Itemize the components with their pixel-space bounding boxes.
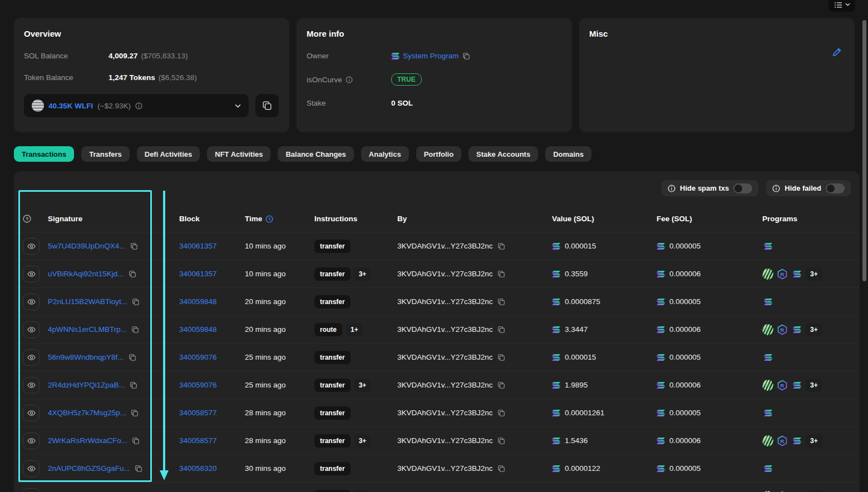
copy-icon[interactable] xyxy=(497,437,505,445)
signature-link[interactable]: 4XQBH5z7k7Msg25p... xyxy=(48,409,126,417)
copy-icon[interactable] xyxy=(132,298,140,306)
green-sphere-program-icon xyxy=(762,269,773,280)
instruction-badge: 1+ xyxy=(346,323,363,336)
by-address[interactable]: 3KVDAhGV1v...Y27c3BJ2nc xyxy=(397,297,493,306)
signature-link[interactable]: 4pWNNs1erCLMBTrp... xyxy=(48,325,127,334)
signature-link[interactable]: 2WrKaRsRrWdxaCFo... xyxy=(48,436,127,445)
by-address[interactable]: 3KVDAhGV1v...Y27c3BJ2nc xyxy=(397,270,493,278)
overview-title: Overview xyxy=(24,29,279,38)
copy-icon[interactable] xyxy=(497,242,505,250)
chevron-down-icon xyxy=(235,104,241,108)
copy-icon[interactable] xyxy=(497,409,505,417)
programs-cell: R 3+ xyxy=(762,323,860,336)
list-icon xyxy=(834,1,843,8)
hide-failed-label: Hide failed xyxy=(785,184,821,192)
col-time[interactable]: Time xyxy=(245,215,314,223)
tab-portfolio[interactable]: Portfolio xyxy=(416,146,461,162)
preview-transaction-button[interactable] xyxy=(23,460,40,477)
instruction-badge: route xyxy=(314,323,342,336)
token-balance-label: Token Balance xyxy=(24,73,108,82)
copy-icon[interactable] xyxy=(497,354,505,361)
by-address[interactable]: 3KVDAhGV1v...Y27c3BJ2nc xyxy=(397,436,493,445)
copy-icon[interactable] xyxy=(497,465,505,473)
copy-icon[interactable] xyxy=(130,242,138,250)
tab-defi-activities[interactable]: Defi Activities xyxy=(137,146,200,162)
copy-icon[interactable] xyxy=(497,381,505,389)
signature-link[interactable]: uVBiRkAqi92nt15Kjd... xyxy=(48,270,124,278)
by-address[interactable]: 3KVDAhGV1v...Y27c3BJ2nc xyxy=(397,242,493,250)
signature-link[interactable]: 56n9w8WndbnqpY8f... xyxy=(48,353,124,361)
block-link[interactable]: 340058320 xyxy=(179,464,217,473)
copy-icon[interactable] xyxy=(132,437,140,445)
edit-misc-button[interactable] xyxy=(832,47,842,57)
copy-icon[interactable] xyxy=(497,326,505,334)
sol-balance-usd: ($705,833.13) xyxy=(141,52,188,60)
by-address[interactable]: 3KVDAhGV1v...Y27c3BJ2nc xyxy=(397,409,493,417)
table-row: 5w7U4D39UpDnQX4... 340061357 10 mins ago… xyxy=(14,232,860,260)
by-address[interactable]: 3KVDAhGV1v...Y27c3BJ2nc xyxy=(397,381,493,389)
svg-text:R: R xyxy=(781,382,785,388)
solana-program-icon xyxy=(791,380,802,391)
copy-icon[interactable] xyxy=(497,298,505,306)
hide-spam-toggle[interactable]: Hide spam txs xyxy=(662,180,758,196)
tab-domains[interactable]: Domains xyxy=(545,146,591,162)
tab-analytics[interactable]: Analytics xyxy=(361,146,409,162)
time-value: 28 mins ago xyxy=(245,409,314,417)
copy-token-accounts-button[interactable] xyxy=(255,94,279,117)
preview-transaction-button[interactable] xyxy=(23,238,40,255)
account-page: { "colors": { "accent_teal": "#1dc9a4", … xyxy=(0,0,868,492)
instructions-cell: transfer xyxy=(314,406,397,420)
tab-transfers[interactable]: Transfers xyxy=(81,146,130,162)
block-link[interactable]: 340059848 xyxy=(179,325,217,334)
block-link[interactable]: 340058577 xyxy=(179,436,217,445)
signature-link[interactable]: 5w7U4D39UpDnQX4... xyxy=(48,242,126,250)
copy-icon[interactable] xyxy=(130,381,137,389)
block-link[interactable]: 340061357 xyxy=(179,242,217,250)
scrollbar-thumb[interactable] xyxy=(862,20,866,281)
preview-transaction-button[interactable] xyxy=(23,405,40,421)
copy-icon[interactable] xyxy=(135,465,142,473)
token-selector[interactable]: 40.35K WLFI (~$2.93K) xyxy=(24,94,249,117)
tab-transactions[interactable]: Transactions xyxy=(14,146,74,162)
signature-link[interactable]: 2nAUPC8hGZSGgaFu... xyxy=(48,464,130,473)
green-sphere-program-icon xyxy=(762,435,773,446)
table-row: transfer3+ R xyxy=(14,483,860,492)
sol-icon xyxy=(552,354,560,361)
tab-stake-accounts[interactable]: Stake Accounts xyxy=(468,146,538,162)
by-address[interactable]: 3KVDAhGV1v...Y27c3BJ2nc xyxy=(397,353,493,361)
sol-icon xyxy=(657,243,665,250)
by-address[interactable]: 3KVDAhGV1v...Y27c3BJ2nc xyxy=(397,325,493,334)
block-link[interactable]: 340061357 xyxy=(179,270,217,278)
signature-link[interactable]: 2R4dzHdYPQi1ZpaB... xyxy=(48,381,125,389)
signature-link[interactable]: P2nLU15B2WABTioyt... xyxy=(48,297,127,306)
preview-transaction-button[interactable] xyxy=(23,377,40,394)
hide-failed-switch[interactable] xyxy=(826,183,845,193)
col-by: By xyxy=(397,215,552,223)
copy-icon[interactable] xyxy=(129,270,136,278)
block-link[interactable]: 340058577 xyxy=(179,409,217,417)
block-link[interactable]: 340059848 xyxy=(179,297,217,306)
sol-icon xyxy=(657,326,665,333)
preview-transaction-button[interactable] xyxy=(23,294,40,310)
copy-icon[interactable] xyxy=(131,326,139,334)
owner-link[interactable]: System Program xyxy=(403,52,459,60)
copy-icon[interactable] xyxy=(497,270,505,278)
by-address[interactable]: 3KVDAhGV1v...Y27c3BJ2nc xyxy=(397,464,493,473)
table-header: ? Signature Block Time Instructions By V… xyxy=(14,206,860,232)
copy-icon[interactable] xyxy=(131,409,139,417)
block-link[interactable]: 340059076 xyxy=(179,381,217,389)
block-link[interactable]: 340059076 xyxy=(179,353,217,361)
preview-transaction-button[interactable] xyxy=(23,349,40,366)
solana-program-icon xyxy=(791,324,802,335)
copy-icon[interactable] xyxy=(129,354,136,361)
tab-balance-changes[interactable]: Balance Changes xyxy=(278,146,353,162)
hide-spam-switch[interactable] xyxy=(733,183,752,193)
preview-transaction-button[interactable] xyxy=(23,266,40,282)
hide-failed-toggle[interactable]: Hide failed xyxy=(766,180,851,196)
tab-nft-activities[interactable]: NFT Activities xyxy=(207,146,270,162)
preview-transaction-button[interactable] xyxy=(23,321,40,338)
copy-icon[interactable] xyxy=(462,52,470,60)
preview-transaction-button[interactable] xyxy=(23,488,40,492)
view-options-button[interactable] xyxy=(828,0,855,12)
preview-transaction-button[interactable] xyxy=(23,433,40,449)
